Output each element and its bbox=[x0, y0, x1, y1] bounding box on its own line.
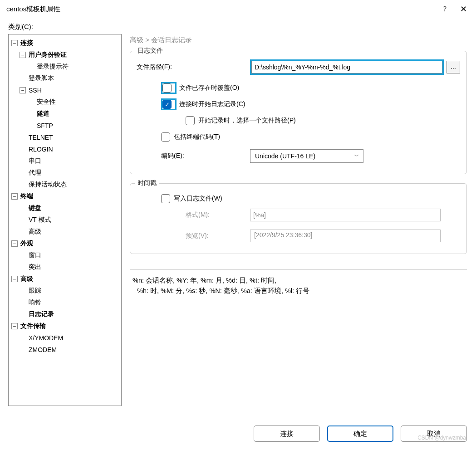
preview-value: [2022/9/25 23:36:30] bbox=[250, 230, 441, 242]
start-on-connect-label: 连接时开始日志记录(C) bbox=[179, 100, 245, 108]
tree-telnet[interactable]: TELNET bbox=[20, 132, 120, 143]
tree-serial[interactable]: 串口 bbox=[20, 155, 120, 167]
placeholder-line2: %h: 时, %M: 分, %s: 秒, %N: 毫秒, %a: 语言环境, %… bbox=[132, 286, 467, 296]
titlebar-controls: ? ✕ bbox=[440, 4, 471, 14]
close-icon[interactable]: ✕ bbox=[456, 4, 471, 14]
minus-icon[interactable]: − bbox=[11, 193, 18, 200]
preview-label: 预览(V): bbox=[186, 232, 250, 240]
path-label: 文件路径(F): bbox=[137, 63, 250, 71]
overwrite-checkbox[interactable] bbox=[162, 83, 172, 93]
encoding-label: 编码(E): bbox=[161, 152, 250, 160]
format-input bbox=[250, 209, 441, 221]
divider bbox=[130, 269, 467, 270]
encoding-select[interactable]: Unicode (UTF-16 LE) ﹀ bbox=[250, 149, 363, 163]
tree-ssh[interactable]: −SSH bbox=[20, 84, 120, 96]
check-icon: ✓ bbox=[165, 101, 170, 108]
placeholder-help: %n: 会话名称, %Y: 年, %m: 月, %d: 日, %t: 时间, %… bbox=[130, 275, 467, 296]
connect-button[interactable]: 连接 bbox=[254, 426, 320, 442]
tree-file-transfer[interactable]: −文件传输 bbox=[11, 320, 120, 332]
browse-button[interactable]: ... bbox=[447, 61, 460, 73]
include-codes-checkbox[interactable] bbox=[161, 132, 170, 142]
ask-path-label: 开始记录时，选择一个文件路径(P) bbox=[198, 117, 296, 125]
tree-tunnel[interactable]: 隧道 bbox=[28, 108, 120, 120]
breadcrumb: 高级 > 会话日志记录 bbox=[130, 36, 467, 44]
write-timestamp-label: 写入日志文件(W) bbox=[174, 195, 222, 203]
tree-window[interactable]: 窗口 bbox=[20, 249, 120, 261]
tree-highlight[interactable]: 突出 bbox=[20, 261, 120, 273]
tree-rlogin[interactable]: RLOGIN bbox=[20, 143, 120, 155]
include-codes-label: 包括终端代码(T) bbox=[174, 133, 220, 141]
tree-bell[interactable]: 响铃 bbox=[20, 297, 120, 308]
tree-security[interactable]: 安全性 bbox=[28, 96, 120, 108]
logfile-section: 日志文件 文件路径(F): ... 文件已存在时覆盖(O) ✓ 连接时开始日志记… bbox=[130, 51, 467, 174]
tree-appearance[interactable]: −外观 bbox=[11, 238, 120, 249]
tree-login-script[interactable]: 登录脚本 bbox=[20, 73, 120, 84]
tree-trace[interactable]: 跟踪 bbox=[20, 285, 120, 297]
placeholder-line1: %n: 会话名称, %Y: 年, %m: 月, %d: 日, %t: 时间, bbox=[132, 275, 467, 286]
timestamp-title: 时间戳 bbox=[135, 179, 159, 187]
tree-login-prompt[interactable]: 登录提示符 bbox=[28, 61, 120, 73]
minus-icon[interactable]: − bbox=[11, 40, 18, 46]
tree-advanced[interactable]: −高级 bbox=[11, 273, 120, 285]
tree-vt-mode[interactable]: VT 模式 bbox=[20, 214, 120, 226]
window-title: centos模板机属性 bbox=[6, 5, 60, 14]
logfile-title: 日志文件 bbox=[135, 47, 166, 55]
tree-xymodem[interactable]: X/YMODEM bbox=[20, 332, 120, 344]
minus-icon[interactable]: − bbox=[11, 323, 18, 329]
ask-path-checkbox[interactable] bbox=[186, 116, 195, 125]
tree-connection[interactable]: −连接 bbox=[11, 37, 120, 49]
path-input[interactable] bbox=[251, 61, 442, 73]
format-label: 格式(M): bbox=[186, 211, 250, 219]
titlebar: centos模板机属性 ? ✕ bbox=[0, 0, 476, 18]
minus-icon[interactable]: − bbox=[20, 52, 26, 58]
tree-terminal[interactable]: −终端 bbox=[11, 191, 120, 202]
tree-logging[interactable]: 日志记录 bbox=[20, 308, 120, 320]
tree-user-auth[interactable]: −用户身份验证 bbox=[20, 49, 120, 61]
overwrite-label: 文件已存在时覆盖(O) bbox=[179, 84, 239, 92]
tree-sftp[interactable]: SFTP bbox=[28, 120, 120, 132]
cancel-button[interactable]: 取消 bbox=[401, 426, 467, 442]
start-on-connect-checkbox[interactable]: ✓ bbox=[162, 100, 172, 109]
timestamp-section: 时间戳 写入日志文件(W) 格式(M): 预览(V): [2022/9/25 2… bbox=[130, 183, 467, 254]
ok-button[interactable]: 确定 bbox=[327, 426, 393, 442]
tree-keyboard[interactable]: 键盘 bbox=[20, 202, 120, 214]
category-tree[interactable]: −连接 −用户身份验证 登录提示符 登录脚本 −SSH bbox=[8, 34, 122, 406]
minus-icon[interactable]: − bbox=[20, 87, 26, 93]
category-label: 类别(C): bbox=[8, 23, 467, 31]
tree-adv-term[interactable]: 高级 bbox=[20, 226, 120, 238]
chevron-down-icon: ﹀ bbox=[354, 152, 359, 160]
tree-zmodem[interactable]: ZMODEM bbox=[20, 344, 120, 356]
help-icon[interactable]: ? bbox=[440, 5, 450, 13]
tree-proxy[interactable]: 代理 bbox=[20, 167, 120, 179]
dialog-footer: 连接 确定 取消 bbox=[254, 426, 467, 442]
encoding-value: Unicode (UTF-16 LE) bbox=[255, 152, 315, 160]
tree-keepalive[interactable]: 保持活动状态 bbox=[20, 179, 120, 191]
minus-icon[interactable]: − bbox=[11, 276, 18, 282]
minus-icon[interactable]: − bbox=[11, 240, 18, 247]
write-timestamp-checkbox[interactable] bbox=[161, 194, 170, 203]
